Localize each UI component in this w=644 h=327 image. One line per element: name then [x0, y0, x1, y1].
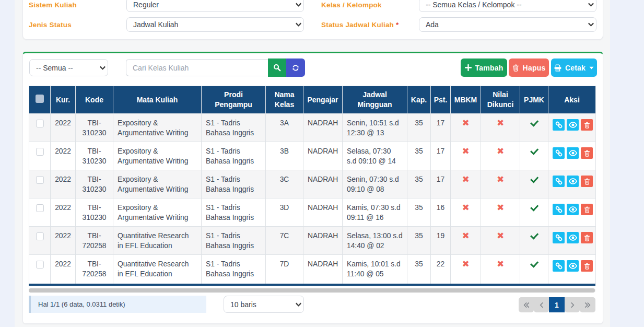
- cell-nilai-dikunci: [481, 142, 520, 170]
- cell-prodi: S1 - Tadris Bahasa Inggris: [202, 255, 266, 284]
- refresh-button[interactable]: [286, 59, 305, 77]
- cell-kode: TBI- 310230: [76, 114, 113, 142]
- first-page-button[interactable]: [519, 297, 534, 312]
- row-actions: [553, 119, 593, 131]
- view-button[interactable]: [567, 119, 579, 131]
- link-button[interactable]: [553, 147, 565, 159]
- mbkm-flag-icon: [462, 231, 469, 241]
- scope-select[interactable]: -- Semua --: [29, 59, 108, 76]
- filter-select-sistem-kuliah[interactable]: Reguler: [126, 0, 304, 12]
- cell-pst: 22: [431, 255, 451, 284]
- print-button[interactable]: Cetak: [551, 59, 597, 77]
- chevron-down-icon: [588, 22, 594, 27]
- row-checkbox[interactable]: [36, 148, 44, 156]
- cell-mbkm: [451, 255, 481, 284]
- search-input[interactable]: [126, 59, 268, 76]
- delete-row-button[interactable]: [581, 147, 593, 159]
- cell-prodi: S1 - Tadris Bahasa Inggris: [202, 114, 266, 142]
- delete-row-button[interactable]: [581, 176, 593, 187]
- delete-row-button[interactable]: [581, 204, 593, 215]
- row-checkbox[interactable]: [36, 120, 44, 127]
- trash-icon: [584, 122, 590, 129]
- page-1-button[interactable]: 1: [549, 297, 565, 312]
- eye-icon: [569, 122, 577, 128]
- filter-row-2: Jenis Status Jadwal Kuliah Status Jadwal…: [23, 17, 603, 32]
- filter-select-status-jadwal-kuliah[interactable]: Ada: [419, 17, 596, 32]
- table-row: 2022 TBI- 720258 Quantitative Research i…: [29, 227, 596, 255]
- jadwal-kuliah-table: Kur.KodeMata KuliahProdi PengampuNama Ke…: [29, 86, 596, 284]
- table-header-row: Kur.KodeMata KuliahProdi PengampuNama Ke…: [29, 86, 596, 114]
- row-checkbox[interactable]: [36, 232, 44, 240]
- cell-mata-kuliah: Expository & Argumentative Writing: [113, 114, 202, 142]
- cell-kur: 2022: [51, 114, 76, 142]
- col-header-pengajar: Pengajar: [303, 86, 343, 114]
- delete-row-button[interactable]: [581, 260, 593, 272]
- trash-icon: [584, 235, 590, 241]
- horizontal-scrollbar[interactable]: [29, 288, 595, 293]
- cell-checkbox: [29, 227, 51, 255]
- view-button[interactable]: [567, 204, 579, 215]
- row-checkbox[interactable]: [36, 176, 44, 184]
- link-icon: [555, 234, 563, 241]
- eye-icon: [569, 178, 577, 184]
- search-button[interactable]: [268, 59, 286, 77]
- view-button[interactable]: [567, 232, 579, 243]
- col-header-kode: Kode: [76, 86, 113, 114]
- next-page-button[interactable]: [565, 297, 580, 312]
- col-header-pst: Pst.: [431, 86, 451, 114]
- mbkm-flag-icon: [462, 118, 469, 128]
- row-checkbox[interactable]: [36, 204, 44, 212]
- link-button[interactable]: [553, 176, 565, 187]
- cell-mbkm: [451, 170, 481, 198]
- col-header-mbkm: MBKM: [451, 86, 481, 114]
- nilai-dikunci-flag-icon: [497, 203, 504, 213]
- link-icon: [555, 121, 563, 129]
- mbkm-flag-icon: [462, 203, 469, 213]
- cell-kap: 35: [407, 227, 431, 255]
- filter-label-kelas-kelompok: Kelas / Kelompok: [321, 0, 384, 12]
- chevron-down-icon: [100, 66, 106, 70]
- link-button[interactable]: [553, 232, 565, 243]
- select-all-checkbox[interactable]: [36, 95, 44, 103]
- scrollbar-thumb[interactable]: [29, 288, 595, 293]
- caret-down-icon: [589, 66, 594, 69]
- cell-mata-kuliah: Expository & Argumentative Writing: [113, 142, 202, 170]
- link-button[interactable]: [553, 260, 565, 272]
- cell-nilai-dikunci: [481, 114, 520, 142]
- link-button[interactable]: [553, 119, 565, 131]
- chevron-left-icon: [540, 302, 544, 308]
- last-page-button[interactable]: [580, 297, 595, 312]
- cell-pjmk: [520, 142, 548, 170]
- prev-page-button[interactable]: [534, 297, 549, 312]
- cell-nama-kelas: 7D: [266, 255, 303, 284]
- per-page-select[interactable]: 10 baris: [224, 296, 304, 313]
- table-bottom-border: [29, 284, 595, 286]
- view-button[interactable]: [567, 260, 579, 272]
- delete-row-button[interactable]: [581, 232, 593, 243]
- chevrons-left-icon: [523, 302, 530, 308]
- cell-mbkm: [451, 198, 481, 227]
- delete-row-button[interactable]: [581, 119, 593, 131]
- col-header-nilai-dikunci: Nilai Dikunci: [481, 86, 520, 114]
- view-button[interactable]: [567, 176, 579, 187]
- col-header-pjmk: PJMK: [520, 86, 548, 114]
- cell-pjmk: [520, 170, 548, 198]
- col-header-kur: Kur.: [51, 86, 76, 114]
- delete-button[interactable]: Hapus: [509, 59, 549, 77]
- link-button[interactable]: [553, 204, 565, 215]
- row-checkbox[interactable]: [36, 261, 44, 268]
- cell-nilai-dikunci: [481, 170, 520, 198]
- add-button[interactable]: Tambah: [461, 59, 507, 77]
- eye-icon: [569, 263, 577, 269]
- eye-icon: [569, 235, 577, 241]
- table-row: 2022 TBI- 310230 Expository & Argumentat…: [29, 198, 596, 227]
- cell-pjmk: [520, 198, 548, 227]
- nilai-dikunci-flag-icon: [497, 259, 504, 269]
- cell-aksi: [548, 114, 596, 142]
- nilai-dikunci-flag-icon: [497, 146, 504, 156]
- filter-select-jenis-status[interactable]: Jadwal Kuliah: [126, 17, 304, 32]
- printer-icon: [554, 64, 561, 72]
- view-button[interactable]: [567, 147, 579, 159]
- cell-mbkm: [451, 142, 481, 170]
- filter-select-kelas-kelompok[interactable]: -- Semua Kelas / Kelompok --: [419, 0, 596, 12]
